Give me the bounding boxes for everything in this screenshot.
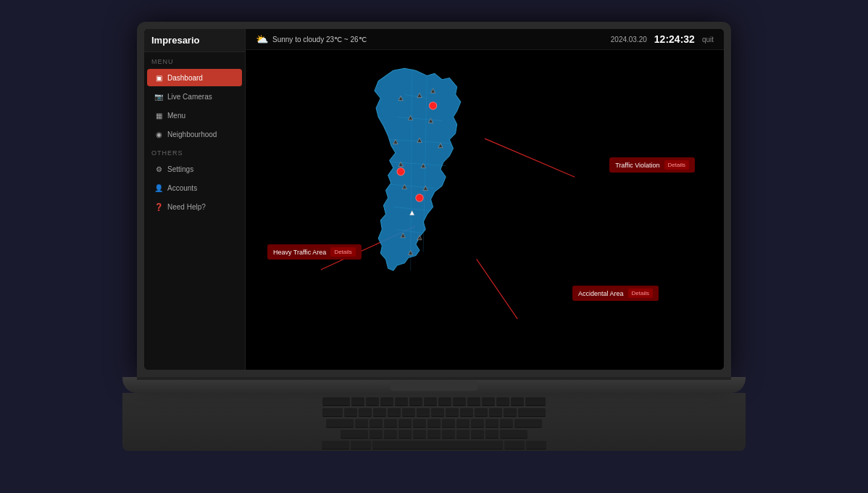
key (322, 397, 350, 406)
key (359, 408, 372, 417)
laptop-base (122, 377, 746, 393)
traffic-violation-label: Traffic Violation Details (609, 157, 695, 173)
key (453, 397, 466, 406)
key (471, 419, 484, 428)
keyboard-row-1 (322, 397, 546, 406)
time-section: 2024.03.20 12:24:32 quit (611, 33, 714, 45)
key (384, 419, 397, 428)
key (456, 430, 470, 439)
key (427, 430, 441, 439)
sidebar-item-dashboard[interactable]: ▣ Dashboard (147, 69, 242, 86)
weather-icon: ⛅ (256, 33, 268, 45)
key (526, 441, 546, 450)
key (380, 397, 393, 406)
sidebar-label-menu: Menu (167, 112, 185, 120)
key (511, 397, 524, 406)
key (402, 408, 415, 417)
key (413, 419, 426, 428)
key (500, 419, 513, 428)
laptop-hinge (137, 377, 731, 380)
key (489, 408, 502, 417)
laptop-keyboard (122, 393, 746, 451)
screen-inner: Impresario MENU ▣ Dashboard 📷 Live Camer… (144, 29, 724, 370)
traffic-violation-text: Traffic Violation (615, 162, 659, 169)
key (427, 419, 441, 428)
weather-text: Sunny to cloudy 23℃ ~ 26℃ (272, 36, 367, 44)
key (322, 408, 343, 417)
accidental-area-label: Accidental Area Details (572, 286, 659, 301)
keyboard-row-4 (341, 430, 527, 439)
key (409, 397, 422, 406)
laptop-trackpad (391, 381, 477, 391)
key (504, 441, 525, 450)
key (485, 430, 498, 439)
key (366, 397, 379, 406)
sidebar-item-menu[interactable]: ▦ Menu (147, 107, 242, 124)
key (344, 408, 357, 417)
menu-section-label: MENU (144, 52, 245, 68)
key (413, 430, 426, 439)
key (355, 419, 368, 428)
heavy-traffic-details-btn[interactable]: Details (330, 247, 355, 257)
sidebar-label-dashboard: Dashboard (167, 74, 203, 82)
keyboard-row-3 (326, 419, 542, 428)
key (322, 441, 349, 450)
sidebar-item-neighbourhood[interactable]: ◉ Neighbourhood (147, 125, 242, 143)
heavy-traffic-text: Heavy Traffic Area (273, 249, 326, 256)
key (496, 397, 509, 406)
key (456, 419, 470, 428)
key (500, 430, 527, 439)
key (475, 408, 488, 417)
quit-button[interactable]: quit (702, 36, 714, 44)
key (467, 397, 480, 406)
sidebar-label-neighbourhood: Neighbourhood (167, 130, 217, 138)
key (398, 419, 412, 428)
key (395, 397, 408, 406)
key (384, 430, 397, 439)
key (518, 408, 546, 417)
weather-section: ⛅ Sunny to cloudy 23℃ ~ 26℃ (256, 33, 367, 45)
key (351, 441, 371, 450)
key (442, 430, 455, 439)
laptop-screen: Impresario MENU ▣ Dashboard 📷 Live Camer… (137, 22, 731, 377)
sidebar-label-help: Need Help? (167, 203, 206, 211)
svg-point-30 (416, 194, 423, 202)
key (326, 419, 354, 428)
menu-icon: ▦ (154, 111, 163, 120)
main-content: ⛅ Sunny to cloudy 23℃ ~ 26℃ 2024.03.20 1… (246, 29, 724, 370)
svg-point-29 (397, 168, 404, 175)
key (482, 397, 495, 406)
accidental-area-details-btn[interactable]: Details (628, 289, 653, 298)
key (471, 430, 484, 439)
header-date: 2024.03.20 (611, 36, 647, 44)
laptop-wrapper: Impresario MENU ▣ Dashboard 📷 Live Camer… (108, 22, 760, 471)
key (485, 419, 498, 428)
key (442, 419, 455, 428)
keyboard-row-5 (322, 441, 546, 450)
key (370, 430, 383, 439)
sidebar-label-settings: Settings (167, 165, 193, 173)
map-area: Traffic Violation Details Heavy Traffic … (246, 50, 724, 370)
neighbourhood-icon: ◉ (154, 130, 163, 138)
sidebar-item-settings[interactable]: ⚙ Settings (147, 160, 242, 178)
sidebar-item-live-cameras[interactable]: 📷 Live Cameras (147, 88, 242, 105)
key (514, 419, 542, 428)
header-time: 12:24:32 (654, 33, 695, 45)
header-bar: ⛅ Sunny to cloudy 23℃ ~ 26℃ 2024.03.20 1… (246, 29, 724, 50)
key (398, 430, 412, 439)
sidebar-label-accounts: Accounts (167, 184, 197, 192)
traffic-violation-details-btn[interactable]: Details (664, 160, 689, 170)
key (438, 397, 451, 406)
key (373, 408, 386, 417)
key (525, 397, 546, 406)
key (504, 408, 517, 417)
key (388, 408, 401, 417)
dashboard-icon: ▣ (154, 73, 163, 82)
others-section-label: OTHERS (144, 144, 245, 160)
settings-icon: ⚙ (154, 165, 163, 173)
spacebar-key (372, 441, 503, 450)
sidebar-item-help[interactable]: ❓ Need Help? (147, 198, 242, 215)
key (424, 397, 437, 406)
heavy-traffic-label: Heavy Traffic Area Details (267, 244, 362, 260)
sidebar-item-accounts[interactable]: 👤 Accounts (147, 179, 242, 196)
